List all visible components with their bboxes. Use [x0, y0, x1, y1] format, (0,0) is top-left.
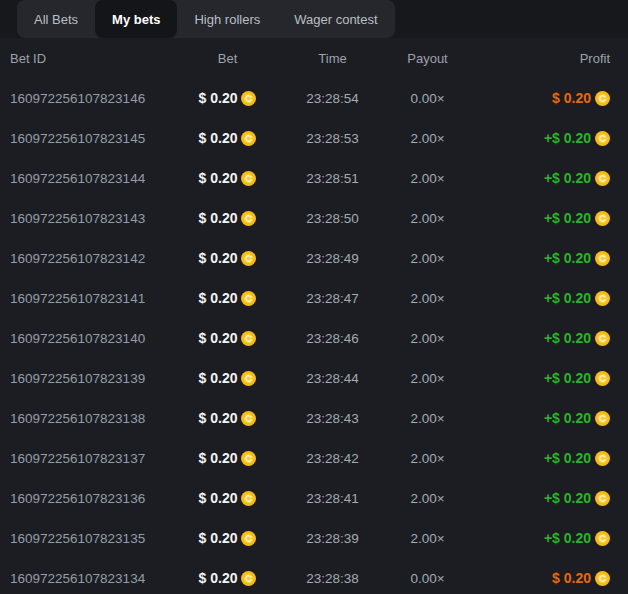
gold-coin-icon [595, 171, 610, 186]
gold-coin-icon [595, 411, 610, 426]
profit-cell: +$ 0.20 [465, 170, 610, 186]
profit-cell: +$ 0.20 [465, 130, 610, 146]
profit-value: $ 0.20 [552, 90, 591, 106]
bets-table: Bet ID Bet Time Payout Profit 1609722561… [0, 38, 628, 594]
gold-coin-icon [241, 91, 256, 106]
tab-high-rollers[interactable]: High rollers [177, 0, 277, 38]
bet-amount-cell: $ 0.20 [180, 250, 275, 266]
bet-amount-value: $ 0.20 [199, 570, 238, 586]
table-row[interactable]: 160972256107823134 $ 0.20 23:28:38 0.00×… [0, 558, 628, 594]
bet-payout-value: 2.00× [390, 411, 465, 426]
bet-time-value: 23:28:44 [275, 371, 390, 386]
bet-amount-cell: $ 0.20 [180, 570, 275, 586]
bet-amount-value: $ 0.20 [199, 370, 238, 386]
table-row[interactable]: 160972256107823142 $ 0.20 23:28:49 2.00×… [0, 238, 628, 278]
gold-coin-icon [241, 291, 256, 306]
bet-amount-value: $ 0.20 [199, 290, 238, 306]
bet-time-value: 23:28:51 [275, 171, 390, 186]
table-row[interactable]: 160972256107823144 $ 0.20 23:28:51 2.00×… [0, 158, 628, 198]
bet-payout-value: 2.00× [390, 491, 465, 506]
bet-id-value: 160972256107823138 [10, 411, 180, 426]
profit-value: +$ 0.20 [544, 450, 591, 466]
bet-time-value: 23:28:42 [275, 451, 390, 466]
table-row[interactable]: 160972256107823136 $ 0.20 23:28:41 2.00×… [0, 478, 628, 518]
table-row[interactable]: 160972256107823146 $ 0.20 23:28:54 0.00×… [0, 78, 628, 118]
profit-cell: +$ 0.20 [465, 290, 610, 306]
table-row[interactable]: 160972256107823138 $ 0.20 23:28:43 2.00×… [0, 398, 628, 438]
bet-payout-value: 0.00× [390, 91, 465, 106]
bet-id-value: 160972256107823142 [10, 251, 180, 266]
bet-amount-cell: $ 0.20 [180, 130, 275, 146]
gold-coin-icon [595, 491, 610, 506]
profit-value: +$ 0.20 [544, 170, 591, 186]
table-row[interactable]: 160972256107823137 $ 0.20 23:28:42 2.00×… [0, 438, 628, 478]
bet-amount-cell: $ 0.20 [180, 530, 275, 546]
bet-payout-value: 2.00× [390, 451, 465, 466]
bet-payout-value: 2.00× [390, 371, 465, 386]
bet-amount-value: $ 0.20 [199, 450, 238, 466]
gold-coin-icon [595, 91, 610, 106]
gold-coin-icon [241, 571, 256, 586]
bet-id-value: 160972256107823146 [10, 91, 180, 106]
profit-cell: $ 0.20 [465, 90, 610, 106]
bet-id-value: 160972256107823140 [10, 331, 180, 346]
bet-payout-value: 2.00× [390, 251, 465, 266]
gold-coin-icon [241, 411, 256, 426]
profit-value: +$ 0.20 [544, 410, 591, 426]
profit-cell: +$ 0.20 [465, 330, 610, 346]
gold-coin-icon [595, 251, 610, 266]
gold-coin-icon [595, 451, 610, 466]
bet-payout-value: 2.00× [390, 171, 465, 186]
bet-amount-value: $ 0.20 [199, 170, 238, 186]
bet-payout-value: 2.00× [390, 531, 465, 546]
table-row[interactable]: 160972256107823141 $ 0.20 23:28:47 2.00×… [0, 278, 628, 318]
profit-cell: +$ 0.20 [465, 210, 610, 226]
profit-cell: +$ 0.20 [465, 410, 610, 426]
gold-coin-icon [241, 211, 256, 226]
bet-amount-value: $ 0.20 [199, 130, 238, 146]
bet-time-value: 23:28:46 [275, 331, 390, 346]
bet-time-value: 23:28:43 [275, 411, 390, 426]
gold-coin-icon [241, 451, 256, 466]
profit-value: +$ 0.20 [544, 290, 591, 306]
profit-value: +$ 0.20 [544, 490, 591, 506]
tab-wager-contest[interactable]: Wager contest [277, 0, 394, 38]
table-row[interactable]: 160972256107823140 $ 0.20 23:28:46 2.00×… [0, 318, 628, 358]
tab-all-bets[interactable]: All Bets [17, 0, 95, 38]
profit-cell: +$ 0.20 [465, 370, 610, 386]
bet-time-value: 23:28:38 [275, 571, 390, 586]
bet-amount-cell: $ 0.20 [180, 410, 275, 426]
header-bet: Bet [180, 51, 275, 66]
bet-time-value: 23:28:53 [275, 131, 390, 146]
table-row[interactable]: 160972256107823135 $ 0.20 23:28:39 2.00×… [0, 518, 628, 558]
bet-amount-value: $ 0.20 [199, 410, 238, 426]
bet-id-value: 160972256107823137 [10, 451, 180, 466]
gold-coin-icon [595, 331, 610, 346]
bet-payout-value: 0.00× [390, 571, 465, 586]
gold-coin-icon [241, 531, 256, 546]
gold-coin-icon [595, 131, 610, 146]
bet-time-value: 23:28:49 [275, 251, 390, 266]
table-row[interactable]: 160972256107823145 $ 0.20 23:28:53 2.00×… [0, 118, 628, 158]
profit-value: +$ 0.20 [544, 250, 591, 266]
bet-amount-value: $ 0.20 [199, 90, 238, 106]
gold-coin-icon [241, 491, 256, 506]
bet-amount-cell: $ 0.20 [180, 490, 275, 506]
bet-table-body: 160972256107823146 $ 0.20 23:28:54 0.00×… [0, 78, 628, 594]
bet-amount-cell: $ 0.20 [180, 290, 275, 306]
bet-time-value: 23:28:50 [275, 211, 390, 226]
tab-my-bets[interactable]: My bets [95, 0, 177, 38]
profit-value: +$ 0.20 [544, 210, 591, 226]
bet-amount-value: $ 0.20 [199, 210, 238, 226]
bet-time-value: 23:28:54 [275, 91, 390, 106]
profit-cell: +$ 0.20 [465, 450, 610, 466]
table-row[interactable]: 160972256107823139 $ 0.20 23:28:44 2.00×… [0, 358, 628, 398]
bet-payout-value: 2.00× [390, 211, 465, 226]
header-time: Time [275, 51, 390, 66]
gold-coin-icon [241, 371, 256, 386]
table-header-row: Bet ID Bet Time Payout Profit [0, 38, 628, 78]
bet-id-value: 160972256107823135 [10, 531, 180, 546]
gold-coin-icon [595, 371, 610, 386]
profit-value: +$ 0.20 [544, 330, 591, 346]
table-row[interactable]: 160972256107823143 $ 0.20 23:28:50 2.00×… [0, 198, 628, 238]
